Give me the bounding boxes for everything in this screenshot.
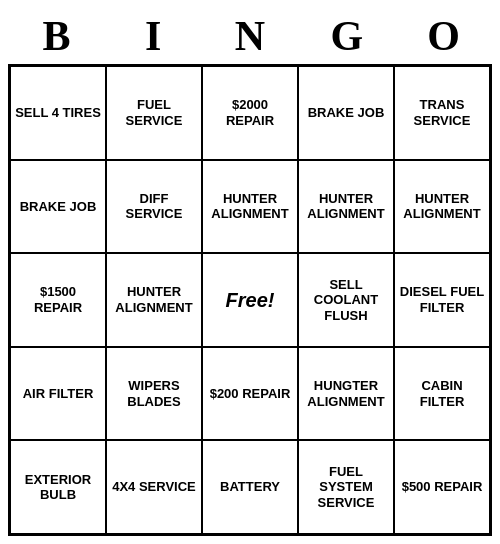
bingo-cell: HUNTER ALIGNMENT bbox=[202, 160, 298, 254]
bingo-letter: B bbox=[12, 12, 100, 60]
bingo-cell: TRANS SERVICE bbox=[394, 66, 490, 160]
bingo-letter: N bbox=[206, 12, 294, 60]
bingo-cell: HUNTER ALIGNMENT bbox=[298, 160, 394, 254]
bingo-cell: BRAKE JOB bbox=[10, 160, 106, 254]
bingo-cell: EXTERIOR BULB bbox=[10, 440, 106, 534]
bingo-letter: I bbox=[109, 12, 197, 60]
bingo-cell: WIPERS BLADES bbox=[106, 347, 202, 441]
bingo-cell: HUNTER ALIGNMENT bbox=[106, 253, 202, 347]
free-space-cell: Free! bbox=[202, 253, 298, 347]
bingo-cell: AIR FILTER bbox=[10, 347, 106, 441]
bingo-cell: SELL 4 TIRES bbox=[10, 66, 106, 160]
bingo-cell: SELL COOLANT FLUSH bbox=[298, 253, 394, 347]
bingo-cell: $500 REPAIR bbox=[394, 440, 490, 534]
bingo-cell: HUNTER ALIGNMENT bbox=[394, 160, 490, 254]
bingo-cell: $1500 REPAIR bbox=[10, 253, 106, 347]
bingo-cell: DIFF SERVICE bbox=[106, 160, 202, 254]
bingo-title: BINGO bbox=[8, 8, 492, 64]
bingo-cell: $200 REPAIR bbox=[202, 347, 298, 441]
bingo-letter: O bbox=[400, 12, 488, 60]
bingo-cell: FUEL SYSTEM SERVICE bbox=[298, 440, 394, 534]
bingo-cell: BRAKE JOB bbox=[298, 66, 394, 160]
bingo-letter: G bbox=[303, 12, 391, 60]
bingo-grid: SELL 4 TIRESFUEL SERVICE$2000 REPAIRBRAK… bbox=[8, 64, 492, 536]
bingo-cell: CABIN FILTER bbox=[394, 347, 490, 441]
bingo-cell: FUEL SERVICE bbox=[106, 66, 202, 160]
bingo-cell: BATTERY bbox=[202, 440, 298, 534]
bingo-cell: 4X4 SERVICE bbox=[106, 440, 202, 534]
bingo-cell: $2000 REPAIR bbox=[202, 66, 298, 160]
bingo-cell: DIESEL FUEL FILTER bbox=[394, 253, 490, 347]
bingo-cell: HUNGTER ALIGNMENT bbox=[298, 347, 394, 441]
